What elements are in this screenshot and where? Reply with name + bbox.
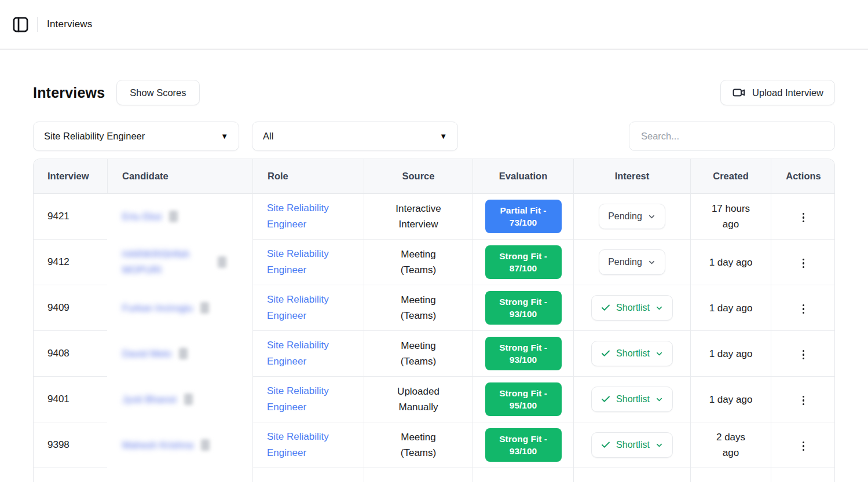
page-title: Interviews: [33, 84, 105, 101]
col-header-role: Role: [252, 159, 364, 194]
role-cell: Site Reliability Engineer: [252, 331, 364, 377]
check-icon: [600, 303, 611, 313]
role-link[interactable]: Site Reliability Engineer: [267, 292, 350, 324]
table-row: 9401Jyoti BhanotSite Reliability Enginee…: [34, 377, 835, 422]
interest-dropdown[interactable]: Pending: [599, 249, 665, 275]
created-text: 1 day ago: [709, 394, 753, 405]
col-header-source: Source: [364, 159, 473, 194]
table-row: 9408David MeloSite Reliability EngineerM…: [34, 331, 835, 377]
col-header-evaluation: Evaluation: [473, 159, 573, 194]
interview-id-cell: 9408: [34, 331, 107, 377]
interest-label: Shortlist: [616, 303, 650, 313]
candidate-cell: Jyoti Bhanot: [107, 377, 252, 422]
row-actions-button[interactable]: [798, 391, 809, 410]
evaluation-cell: Strong Fit - 93/100: [473, 422, 573, 468]
caret-down-icon: ▼: [440, 132, 447, 141]
source-cell: Meeting (Teams): [364, 422, 473, 468]
role-link[interactable]: Site Reliability Engineer: [267, 200, 350, 233]
document-icon: [201, 439, 210, 451]
empty-cell: [771, 468, 835, 482]
interest-dropdown[interactable]: Shortlist: [591, 341, 673, 366]
chevron-down-icon: [647, 212, 656, 221]
candidate-cell: Furkan Incirogiu: [107, 285, 252, 331]
chevron-down-icon: [655, 441, 664, 450]
interest-cell: Shortlist: [573, 331, 690, 377]
row-actions-button[interactable]: [798, 254, 809, 273]
interest-dropdown[interactable]: Pending: [599, 204, 665, 229]
row-actions-button[interactable]: [798, 208, 809, 227]
interest-dropdown[interactable]: Shortlist: [591, 387, 673, 412]
upload-interview-label: Upload Interview: [752, 87, 823, 98]
row-actions-button[interactable]: [798, 437, 809, 455]
actions-cell: [771, 377, 835, 422]
table-row: 9412HARIKRISHNA MOPURISite Reliability E…: [34, 240, 835, 285]
interview-id-cell: 9398: [34, 422, 107, 468]
interview-id-cell: 9409: [34, 285, 107, 331]
sidebar-toggle-button[interactable]: [9, 13, 31, 35]
col-header-created: Created: [690, 159, 771, 194]
interest-cell: Shortlist: [573, 422, 690, 468]
actions-cell: [771, 331, 835, 377]
interviews-table: Interview Candidate Role Source Evaluati…: [33, 159, 835, 482]
divider: [37, 17, 38, 32]
candidate-name: HARIKRISHNA MOPURI: [122, 246, 210, 278]
interest-dropdown[interactable]: Shortlist: [591, 295, 673, 321]
status-filter-select[interactable]: All ▼: [252, 122, 458, 151]
col-header-candidate: Candidate: [107, 159, 252, 194]
role-link[interactable]: Site Reliability Engineer: [267, 383, 350, 415]
main-content: Interviews Show Scores Upload Interview …: [0, 80, 868, 482]
evaluation-badge: Strong Fit - 95/100: [485, 382, 562, 416]
candidate-name-link[interactable]: Furkan Incirogiu: [122, 300, 209, 316]
actions-cell: [771, 285, 835, 331]
interest-cell: Shortlist: [573, 285, 690, 331]
role-cell: Site Reliability Engineer: [252, 377, 364, 422]
candidate-cell: Mahesh Krishna: [107, 422, 252, 468]
evaluation-cell: Partial Fit - 73/100: [473, 194, 573, 240]
row-actions-button[interactable]: [798, 300, 809, 318]
candidate-name-link[interactable]: David Melo: [122, 346, 188, 362]
role-filter-select[interactable]: Site Reliability Engineer ▼: [33, 122, 239, 151]
role-link[interactable]: Site Reliability Engineer: [267, 429, 350, 461]
role-link[interactable]: Site Reliability Engineer: [267, 246, 350, 278]
interest-label: Pending: [608, 211, 642, 222]
video-camera-icon: [732, 86, 746, 100]
check-icon: [600, 348, 611, 359]
interest-label: Shortlist: [616, 348, 650, 359]
candidate-name: David Melo: [122, 346, 171, 362]
panel-left-icon: [12, 16, 30, 34]
created-text: 17 hours ago: [712, 203, 750, 230]
interest-dropdown[interactable]: Shortlist: [591, 432, 673, 458]
evaluation-badge: Strong Fit - 93/100: [485, 337, 562, 370]
row-actions-button[interactable]: [798, 345, 809, 364]
table-header-row: Interview Candidate Role Source Evaluati…: [34, 159, 835, 194]
created-text: 1 day ago: [709, 257, 753, 268]
candidate-name: Mahesh Krishna: [122, 437, 193, 453]
col-header-actions: Actions: [771, 159, 835, 194]
chevron-down-icon: [655, 395, 664, 404]
chevron-down-icon: [647, 258, 656, 267]
evaluation-badge: Strong Fit - 93/100: [485, 428, 562, 462]
role-link[interactable]: Site Reliability Engineer: [267, 337, 350, 370]
created-cell: 1 day ago: [690, 240, 771, 285]
source-text: Meeting (Teams): [401, 432, 436, 458]
table-row: 9421Ertu EksiSite Reliability EngineerIn…: [34, 194, 835, 240]
created-cell: 17 hours ago: [690, 194, 771, 240]
candidate-name-link[interactable]: Jyoti Bhanot: [122, 392, 193, 407]
source-cell: Uploaded Manually: [364, 377, 473, 422]
role-filter-value: Site Reliability Engineer: [44, 131, 145, 142]
candidate-name-link[interactable]: Ertu Eksi: [122, 209, 178, 225]
search-input[interactable]: [629, 122, 835, 151]
candidate-cell: David Melo: [107, 331, 252, 377]
candidate-name-link[interactable]: HARIKRISHNA MOPURI: [122, 246, 226, 278]
caret-down-icon: ▼: [221, 132, 228, 141]
source-cell: Meeting (Teams): [364, 240, 473, 285]
show-scores-button[interactable]: Show Scores: [116, 80, 199, 105]
upload-interview-button[interactable]: Upload Interview: [720, 80, 835, 105]
actions-cell: [771, 422, 835, 468]
candidate-name-link[interactable]: Mahesh Krishna: [122, 437, 210, 453]
document-icon: [184, 393, 193, 405]
interest-label: Shortlist: [616, 394, 650, 404]
role-cell: Site Reliability Engineer: [252, 285, 364, 331]
interest-cell: Pending: [573, 240, 690, 285]
created-cell: 1 day ago: [690, 285, 771, 331]
